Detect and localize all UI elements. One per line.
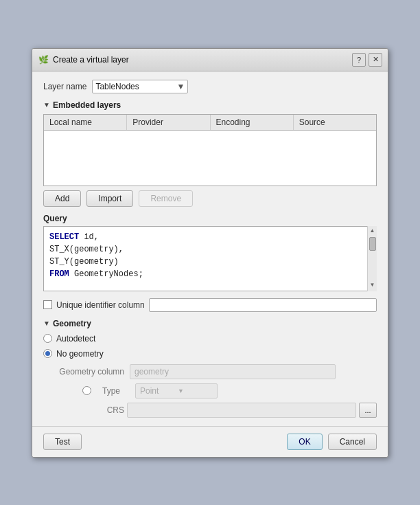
table-header-row: Local name Provider Encoding Source — [44, 115, 376, 131]
remove-button[interactable]: Remove — [139, 190, 193, 207]
geometry-fields: Geometry column Type Point ▼ CRS — [43, 364, 377, 418]
col-provider: Provider — [127, 115, 210, 130]
geometry-crs-row: CRS ... — [49, 403, 377, 418]
title-bar-buttons: ? ✕ — [352, 53, 382, 67]
unique-identifier-input[interactable] — [149, 298, 377, 312]
type-radio[interactable] — [82, 386, 91, 395]
kw-from: FROM — [49, 269, 69, 279]
embedded-layers-section: ▼ Embedded layers Local name Provider En… — [43, 100, 377, 207]
query-line4-rest: GeometryNodes; — [69, 269, 143, 279]
geometry-section: ▼ Geometry Autodetect No geometry Geomet… — [43, 319, 377, 418]
geometry-column-row: Geometry column — [49, 364, 377, 379]
table-body — [44, 131, 376, 186]
autodetect-row: Autodetect — [43, 334, 377, 344]
col-source: Source — [294, 115, 376, 130]
combo-arrow-type-icon: ▼ — [178, 388, 213, 394]
query-line3: ST_Y(geometry) — [49, 257, 119, 267]
add-button[interactable]: Add — [43, 190, 81, 207]
title-bar: 🌿 Create a virtual layer ? ✕ — [32, 49, 388, 71]
crs-browse-button[interactable]: ... — [359, 403, 377, 418]
autodetect-label: Autodetect — [56, 334, 95, 344]
import-button[interactable]: Import — [86, 190, 133, 207]
query-section: Query SELECT id, ST_X(geometry), ST_Y(ge… — [43, 214, 377, 291]
scroll-up-icon[interactable]: ▲ — [370, 226, 375, 236]
geometry-type-label: Type — [102, 386, 130, 396]
scroll-thumb[interactable] — [369, 237, 376, 251]
geometry-type-combo: Point ▼ — [135, 383, 218, 399]
geometry-crs-input — [127, 403, 356, 418]
close-button[interactable]: ✕ — [369, 53, 382, 67]
collapse-icon[interactable]: ▼ — [43, 101, 50, 109]
query-line2: ST_X(geometry), — [49, 245, 124, 254]
bottom-right-buttons: OK Cancel — [287, 434, 377, 450]
geometry-section-title: Geometry — [53, 319, 91, 328]
help-button[interactable]: ? — [352, 53, 366, 67]
no-geometry-radio[interactable] — [43, 349, 52, 358]
embedded-buttons: Add Import Remove — [43, 190, 377, 207]
kw-select: SELECT — [49, 232, 79, 242]
layer-name-combo[interactable]: TableNodes ▼ — [92, 80, 188, 93]
embedded-layers-header: ▼ Embedded layers — [43, 100, 377, 110]
unique-identifier-label: Unique identifier column — [56, 300, 145, 310]
embedded-layers-table: Local name Provider Encoding Source — [43, 114, 377, 186]
query-textarea[interactable]: SELECT id, ST_X(geometry), ST_Y(geometry… — [43, 226, 377, 291]
query-box-wrapper: SELECT id, ST_X(geometry), ST_Y(geometry… — [43, 226, 377, 291]
embedded-layers-title: Embedded layers — [53, 100, 121, 110]
geometry-column-input — [130, 364, 336, 379]
scroll-down-icon[interactable]: ▼ — [370, 280, 375, 290]
dialog-title: Create a virtual layer — [53, 55, 348, 65]
query-scrollbar[interactable]: ▲ ▼ — [367, 226, 377, 291]
unique-identifier-row: Unique identifier column — [43, 298, 377, 312]
col-encoding: Encoding — [211, 115, 294, 130]
test-button[interactable]: Test — [43, 434, 82, 450]
ok-button[interactable]: OK — [287, 434, 322, 450]
geometry-type-value: Point — [140, 386, 175, 396]
autodetect-radio[interactable] — [43, 334, 52, 343]
geometry-collapse-icon[interactable]: ▼ — [43, 319, 50, 327]
geometry-crs-label: CRS — [49, 405, 124, 415]
no-geometry-row: No geometry — [43, 349, 377, 359]
col-local-name: Local name — [44, 115, 127, 130]
dialog-content: Layer name TableNodes ▼ ▼ Embedded layer… — [32, 71, 388, 426]
geometry-column-label: Geometry column — [49, 367, 124, 377]
dialog-icon: 🌿 — [38, 54, 49, 65]
create-virtual-layer-dialog: 🌿 Create a virtual layer ? ✕ Layer name … — [32, 48, 388, 458]
bottom-bar: Test OK Cancel — [32, 426, 388, 457]
layer-name-row: Layer name TableNodes ▼ — [43, 80, 377, 93]
geometry-type-row: Type Point ▼ — [49, 383, 377, 399]
query-line1-rest: id, — [79, 232, 99, 242]
layer-name-value: TableNodes — [95, 82, 139, 91]
combo-arrow-icon: ▼ — [176, 82, 185, 91]
embedded-layers-table-wrapper: Local name Provider Encoding Source Add … — [43, 114, 377, 207]
layer-name-label: Layer name — [43, 82, 86, 91]
cancel-button[interactable]: Cancel — [328, 434, 377, 450]
no-geometry-label: No geometry — [56, 349, 104, 359]
unique-identifier-checkbox[interactable] — [43, 300, 52, 309]
geometry-section-header: ▼ Geometry — [43, 319, 377, 328]
query-label: Query — [43, 214, 377, 223]
